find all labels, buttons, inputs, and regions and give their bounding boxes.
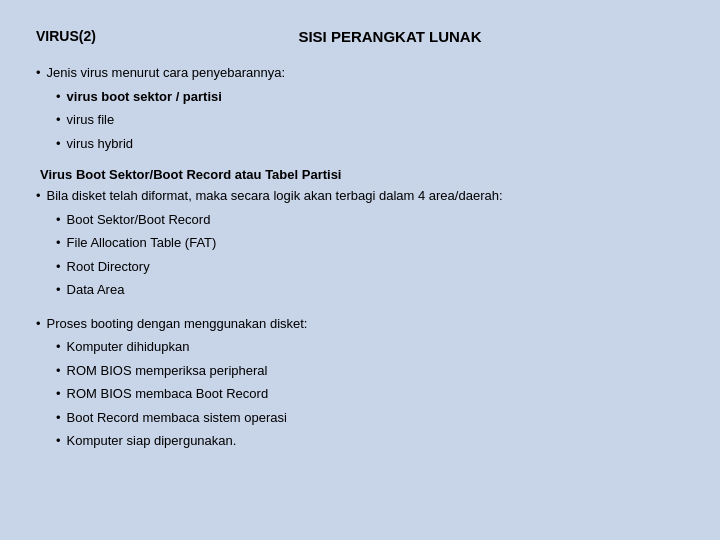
sub-item-label: Komputer siap dipergunakan.	[67, 431, 237, 451]
bullet-icon: •	[56, 361, 61, 381]
bullet-icon: •	[56, 87, 61, 107]
section-boot-sektor: Virus Boot Sektor/Boot Record atau Tabel…	[36, 167, 684, 300]
sub-item-label: virus hybrid	[67, 134, 133, 154]
jenis-virus-subitems: • virus boot sektor / partisi • virus fi…	[56, 87, 684, 154]
list-item: • ROM BIOS membaca Boot Record	[56, 384, 684, 404]
sub-item-label: Boot Sektor/Boot Record	[67, 210, 211, 230]
bullet-icon: •	[56, 110, 61, 130]
list-item: • Root Directory	[56, 257, 684, 277]
bullet-icon: •	[56, 210, 61, 230]
slide-container: VIRUS(2) SISI PERANGKAT LUNAK • Jenis vi…	[0, 0, 720, 540]
bullet-icon: •	[56, 431, 61, 451]
boot-sektor-heading: Virus Boot Sektor/Boot Record atau Tabel…	[40, 167, 684, 182]
sub-item-label: ROM BIOS membaca Boot Record	[67, 384, 269, 404]
proses-booting-subitems: • Komputer dihidupkan • ROM BIOS memperi…	[56, 337, 684, 451]
list-item: • Data Area	[56, 280, 684, 300]
list-item: • Komputer siap dipergunakan.	[56, 431, 684, 451]
bullet-icon: •	[56, 384, 61, 404]
bullet-icon: •	[36, 63, 41, 83]
bullet-icon: •	[56, 408, 61, 428]
list-item: • virus hybrid	[56, 134, 684, 154]
bullet-icon: •	[36, 314, 41, 334]
bullet-icon: •	[56, 134, 61, 154]
virus-title: VIRUS(2)	[36, 28, 96, 44]
list-item: • ROM BIOS memperiksa peripheral	[56, 361, 684, 381]
root-directory-label: Root Directory	[67, 257, 150, 277]
sub-item-label: virus boot sektor / partisi	[67, 87, 222, 107]
main-title: SISI PERANGKAT LUNAK	[96, 28, 684, 45]
list-item: • Boot Sektor/Boot Record	[56, 210, 684, 230]
jenis-virus-top: • Jenis virus menurut cara penyebarannya…	[36, 63, 684, 83]
list-item: • File Allocation Table (FAT)	[56, 233, 684, 253]
list-item: • Komputer dihidupkan	[56, 337, 684, 357]
bullet-icon: •	[36, 186, 41, 206]
header-row: VIRUS(2) SISI PERANGKAT LUNAK	[36, 28, 684, 45]
section-jenis-virus: • Jenis virus menurut cara penyebarannya…	[36, 63, 684, 153]
boot-sektor-subitems: • Boot Sektor/Boot Record • File Allocat…	[56, 210, 684, 300]
list-item: • virus file	[56, 110, 684, 130]
proses-booting-top: • Proses booting dengan menggunakan disk…	[36, 314, 684, 334]
bullet-icon: •	[56, 280, 61, 300]
list-item: • virus boot sektor / partisi	[56, 87, 684, 107]
sub-item-label: Data Area	[67, 280, 125, 300]
bullet-icon: •	[56, 233, 61, 253]
sub-item-label: File Allocation Table (FAT)	[67, 233, 217, 253]
section-proses-booting: • Proses booting dengan menggunakan disk…	[36, 314, 684, 451]
sub-item-label: virus file	[67, 110, 115, 130]
list-item: • Boot Record membaca sistem operasi	[56, 408, 684, 428]
bullet-icon: •	[56, 257, 61, 277]
jenis-virus-label: Jenis virus menurut cara penyebarannya:	[47, 63, 285, 83]
boot-sektor-top: • Bila disket telah diformat, maka secar…	[36, 186, 684, 206]
sub-item-label: ROM BIOS memperiksa peripheral	[67, 361, 268, 381]
proses-booting-label: Proses booting dengan menggunakan disket…	[47, 314, 308, 334]
sub-item-label: Boot Record membaca sistem operasi	[67, 408, 287, 428]
bullet-icon: •	[56, 337, 61, 357]
content-area: • Jenis virus menurut cara penyebarannya…	[36, 63, 684, 451]
sub-item-label: Komputer dihidupkan	[67, 337, 190, 357]
boot-sektor-label: Bila disket telah diformat, maka secara …	[47, 186, 503, 206]
